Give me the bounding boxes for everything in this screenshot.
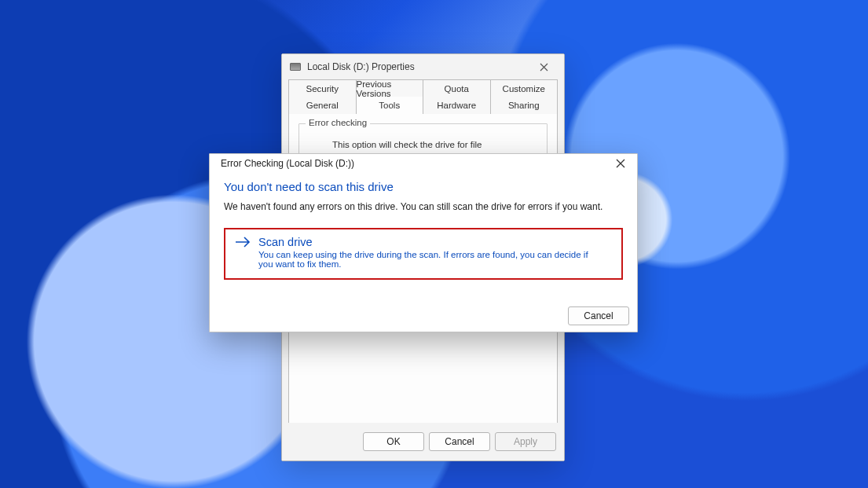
scan-drive-action[interactable]: Scan drive You can keep using the drive …	[224, 228, 623, 280]
dialog-subtext: We haven't found any errors on this driv…	[224, 201, 623, 212]
close-icon[interactable]	[606, 155, 635, 172]
tab-row-1: Security Previous Versions Quota Customi…	[288, 79, 558, 97]
tab-security[interactable]: Security	[288, 79, 357, 97]
dialog-footer: Cancel	[210, 300, 637, 332]
cancel-button[interactable]: Cancel	[429, 432, 490, 451]
dialog-headline: You don't need to scan this drive	[224, 180, 623, 193]
tab-general[interactable]: General	[288, 97, 357, 114]
ok-button[interactable]: OK	[363, 432, 424, 451]
scan-drive-title: Scan drive	[258, 236, 596, 248]
tab-quota[interactable]: Quota	[423, 79, 491, 97]
error-checking-legend: Error checking	[306, 118, 370, 127]
tab-hardware[interactable]: Hardware	[423, 97, 491, 114]
drive-icon	[290, 63, 301, 71]
properties-title: Local Disk (D:) Properties	[307, 61, 528, 72]
arrow-right-icon	[235, 236, 251, 269]
error-checking-desc: This option will check the drive for fil…	[332, 140, 536, 149]
scan-drive-text: Scan drive You can keep using the drive …	[258, 236, 596, 269]
tab-row-2: General Tools Hardware Sharing	[288, 97, 558, 114]
scan-drive-desc: You can keep using the drive during the …	[258, 250, 596, 269]
dialog-cancel-button[interactable]: Cancel	[568, 306, 629, 325]
tab-previous-versions[interactable]: Previous Versions	[357, 79, 424, 97]
tab-customize[interactable]: Customize	[491, 79, 559, 97]
apply-button: Apply	[495, 432, 556, 451]
error-checking-dialog: Error Checking (Local Disk (D:)) You don…	[209, 153, 638, 332]
properties-button-row: OK Cancel Apply	[282, 423, 564, 460]
properties-titlebar[interactable]: Local Disk (D:) Properties	[282, 54, 564, 79]
dialog-title: Error Checking (Local Disk (D:))	[221, 158, 606, 169]
dialog-body: You don't need to scan this drive We hav…	[210, 172, 637, 300]
close-icon[interactable]	[528, 56, 559, 78]
tab-sharing[interactable]: Sharing	[491, 97, 559, 114]
tab-tools[interactable]: Tools	[357, 97, 424, 114]
dialog-titlebar[interactable]: Error Checking (Local Disk (D:))	[210, 154, 637, 172]
